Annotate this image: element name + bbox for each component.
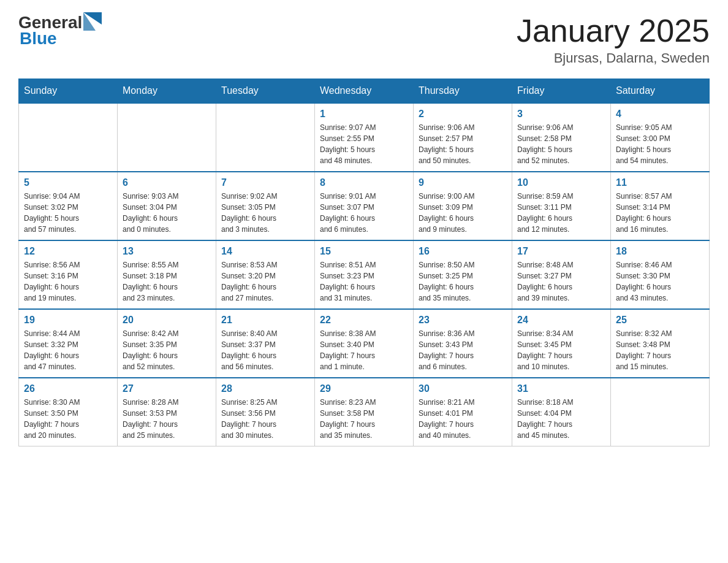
calendar-cell: 5Sunrise: 9:04 AM Sunset: 3:02 PM Daylig… (19, 172, 118, 240)
day-info: Sunrise: 8:42 AM Sunset: 3:35 PM Dayligh… (123, 328, 211, 372)
day-info: Sunrise: 9:05 AM Sunset: 3:00 PM Dayligh… (616, 122, 704, 166)
day-number: 5 (24, 177, 112, 188)
day-info: Sunrise: 8:38 AM Sunset: 3:40 PM Dayligh… (320, 328, 408, 372)
day-info: Sunrise: 8:30 AM Sunset: 3:50 PM Dayligh… (24, 397, 112, 441)
week-row-5: 26Sunrise: 8:30 AM Sunset: 3:50 PM Dayli… (19, 378, 710, 446)
day-number: 29 (320, 383, 408, 394)
calendar-cell: 8Sunrise: 9:01 AM Sunset: 3:07 PM Daylig… (315, 172, 414, 240)
calendar-cell: 12Sunrise: 8:56 AM Sunset: 3:16 PM Dayli… (19, 240, 118, 309)
day-number: 20 (123, 315, 211, 326)
day-number: 27 (123, 383, 211, 394)
day-info: Sunrise: 8:23 AM Sunset: 3:58 PM Dayligh… (320, 397, 408, 441)
calendar-cell: 16Sunrise: 8:50 AM Sunset: 3:25 PM Dayli… (414, 240, 512, 309)
calendar-cell: 25Sunrise: 8:32 AM Sunset: 3:48 PM Dayli… (611, 309, 710, 378)
week-row-2: 5Sunrise: 9:04 AM Sunset: 3:02 PM Daylig… (19, 172, 710, 240)
day-number: 24 (517, 315, 605, 326)
week-row-3: 12Sunrise: 8:56 AM Sunset: 3:16 PM Dayli… (19, 240, 710, 309)
day-info: Sunrise: 8:59 AM Sunset: 3:11 PM Dayligh… (517, 191, 605, 235)
day-info: Sunrise: 8:28 AM Sunset: 3:53 PM Dayligh… (123, 397, 211, 441)
week-row-4: 19Sunrise: 8:44 AM Sunset: 3:32 PM Dayli… (19, 309, 710, 378)
calendar-cell: 2Sunrise: 9:06 AM Sunset: 2:57 PM Daylig… (414, 103, 512, 172)
day-info: Sunrise: 8:25 AM Sunset: 3:56 PM Dayligh… (221, 397, 309, 441)
weekday-header-sunday: Sunday (19, 79, 118, 104)
weekday-header-friday: Friday (512, 79, 611, 104)
calendar-cell: 6Sunrise: 9:03 AM Sunset: 3:04 PM Daylig… (118, 172, 216, 240)
day-number: 15 (320, 246, 408, 257)
logo-blue-text: Blue (20, 29, 102, 48)
day-info: Sunrise: 9:00 AM Sunset: 3:09 PM Dayligh… (419, 191, 507, 235)
day-number: 16 (419, 246, 507, 257)
page-header: General Blue January 2025 Bjursas, Dalar… (18, 12, 710, 66)
calendar-cell: 21Sunrise: 8:40 AM Sunset: 3:37 PM Dayli… (216, 309, 315, 378)
day-number: 1 (320, 109, 408, 120)
weekday-header-thursday: Thursday (414, 79, 512, 104)
day-info: Sunrise: 8:32 AM Sunset: 3:48 PM Dayligh… (616, 328, 704, 372)
day-number: 28 (221, 383, 309, 394)
calendar-cell: 3Sunrise: 9:06 AM Sunset: 2:58 PM Daylig… (512, 103, 611, 172)
calendar-cell: 1Sunrise: 9:07 AM Sunset: 2:55 PM Daylig… (315, 103, 414, 172)
day-number: 6 (123, 177, 211, 188)
logo: General Blue (18, 12, 102, 48)
title-section: January 2025 Bjursas, Dalarna, Sweden (517, 12, 710, 66)
day-number: 30 (419, 383, 507, 394)
day-number: 22 (320, 315, 408, 326)
day-number: 8 (320, 177, 408, 188)
day-info: Sunrise: 9:02 AM Sunset: 3:05 PM Dayligh… (221, 191, 309, 235)
day-info: Sunrise: 9:06 AM Sunset: 2:57 PM Dayligh… (419, 122, 507, 166)
calendar-cell: 15Sunrise: 8:51 AM Sunset: 3:23 PM Dayli… (315, 240, 414, 309)
day-info: Sunrise: 8:56 AM Sunset: 3:16 PM Dayligh… (24, 259, 112, 304)
logo-icon (83, 12, 102, 31)
calendar-title: January 2025 (517, 12, 710, 49)
day-number: 12 (24, 246, 112, 257)
day-info: Sunrise: 8:44 AM Sunset: 3:32 PM Dayligh… (24, 328, 112, 372)
weekday-header-monday: Monday (118, 79, 216, 104)
week-row-1: 1Sunrise: 9:07 AM Sunset: 2:55 PM Daylig… (19, 103, 710, 172)
day-info: Sunrise: 9:07 AM Sunset: 2:55 PM Dayligh… (320, 122, 408, 166)
day-info: Sunrise: 8:53 AM Sunset: 3:20 PM Dayligh… (221, 259, 309, 304)
calendar-cell: 31Sunrise: 8:18 AM Sunset: 4:04 PM Dayli… (512, 378, 611, 446)
calendar-cell: 17Sunrise: 8:48 AM Sunset: 3:27 PM Dayli… (512, 240, 611, 309)
day-info: Sunrise: 8:40 AM Sunset: 3:37 PM Dayligh… (221, 328, 309, 372)
day-info: Sunrise: 9:01 AM Sunset: 3:07 PM Dayligh… (320, 191, 408, 235)
weekday-header-saturday: Saturday (611, 79, 710, 104)
calendar-cell: 11Sunrise: 8:57 AM Sunset: 3:14 PM Dayli… (611, 172, 710, 240)
day-info: Sunrise: 8:55 AM Sunset: 3:18 PM Dayligh… (123, 259, 211, 304)
day-info: Sunrise: 9:06 AM Sunset: 2:58 PM Dayligh… (517, 122, 605, 166)
weekday-header-tuesday: Tuesday (216, 79, 315, 104)
calendar-cell: 7Sunrise: 9:02 AM Sunset: 3:05 PM Daylig… (216, 172, 315, 240)
day-info: Sunrise: 8:50 AM Sunset: 3:25 PM Dayligh… (419, 259, 507, 304)
day-info: Sunrise: 8:21 AM Sunset: 4:01 PM Dayligh… (419, 397, 507, 441)
calendar-cell (216, 103, 315, 172)
day-info: Sunrise: 8:51 AM Sunset: 3:23 PM Dayligh… (320, 259, 408, 304)
calendar-cell: 26Sunrise: 8:30 AM Sunset: 3:50 PM Dayli… (19, 378, 118, 446)
calendar-cell: 18Sunrise: 8:46 AM Sunset: 3:30 PM Dayli… (611, 240, 710, 309)
calendar-cell: 4Sunrise: 9:05 AM Sunset: 3:00 PM Daylig… (611, 103, 710, 172)
day-number: 21 (221, 315, 309, 326)
day-info: Sunrise: 8:48 AM Sunset: 3:27 PM Dayligh… (517, 259, 605, 304)
weekday-header-row: SundayMondayTuesdayWednesdayThursdayFrid… (19, 79, 710, 104)
day-number: 31 (517, 383, 605, 394)
weekday-header-wednesday: Wednesday (315, 79, 414, 104)
calendar-cell: 29Sunrise: 8:23 AM Sunset: 3:58 PM Dayli… (315, 378, 414, 446)
calendar-cell: 19Sunrise: 8:44 AM Sunset: 3:32 PM Dayli… (19, 309, 118, 378)
day-info: Sunrise: 8:57 AM Sunset: 3:14 PM Dayligh… (616, 191, 704, 235)
day-number: 2 (419, 109, 507, 120)
day-number: 4 (616, 109, 704, 120)
calendar-cell: 22Sunrise: 8:38 AM Sunset: 3:40 PM Dayli… (315, 309, 414, 378)
calendar-cell: 10Sunrise: 8:59 AM Sunset: 3:11 PM Dayli… (512, 172, 611, 240)
calendar-cell: 30Sunrise: 8:21 AM Sunset: 4:01 PM Dayli… (414, 378, 512, 446)
calendar-cell (19, 103, 118, 172)
calendar-cell: 14Sunrise: 8:53 AM Sunset: 3:20 PM Dayli… (216, 240, 315, 309)
calendar-cell: 24Sunrise: 8:34 AM Sunset: 3:45 PM Dayli… (512, 309, 611, 378)
calendar-cell: 28Sunrise: 8:25 AM Sunset: 3:56 PM Dayli… (216, 378, 315, 446)
day-number: 7 (221, 177, 309, 188)
day-info: Sunrise: 9:04 AM Sunset: 3:02 PM Dayligh… (24, 191, 112, 235)
calendar-cell (611, 378, 710, 446)
day-number: 18 (616, 246, 704, 257)
day-number: 25 (616, 315, 704, 326)
calendar-cell: 20Sunrise: 8:42 AM Sunset: 3:35 PM Dayli… (118, 309, 216, 378)
day-info: Sunrise: 8:18 AM Sunset: 4:04 PM Dayligh… (517, 397, 605, 441)
calendar-cell: 9Sunrise: 9:00 AM Sunset: 3:09 PM Daylig… (414, 172, 512, 240)
calendar-subtitle: Bjursas, Dalarna, Sweden (517, 50, 710, 66)
day-info: Sunrise: 8:34 AM Sunset: 3:45 PM Dayligh… (517, 328, 605, 372)
